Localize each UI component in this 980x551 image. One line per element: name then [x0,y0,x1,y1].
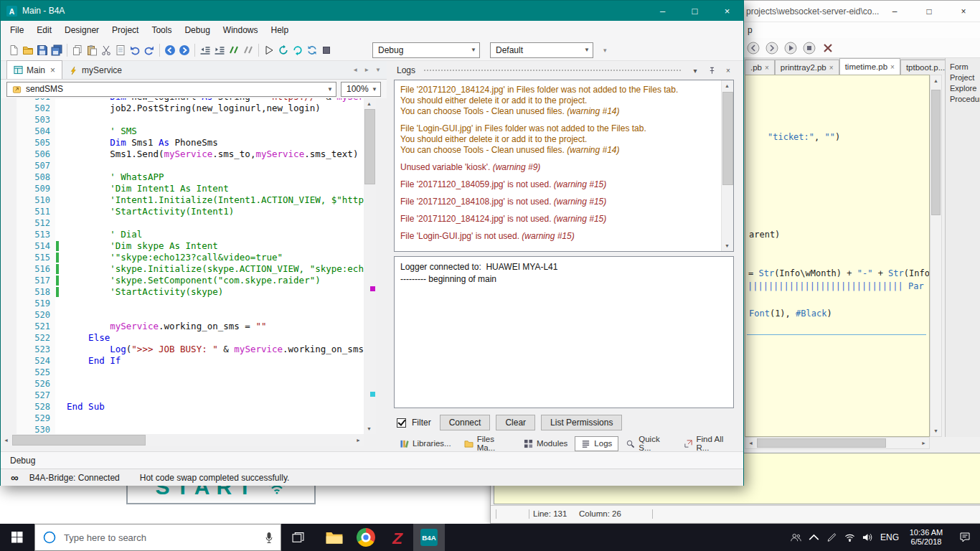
menu-item-help[interactable]: Help [265,22,296,38]
filter-checkbox[interactable] [397,418,406,428]
pb-maximize-button[interactable]: □ [912,1,946,22]
menu-item-file[interactable]: File [4,22,30,38]
warnings-scrollbar[interactable]: ▲ ▼ [721,80,733,251]
panel-tab-modules[interactable]: Modules [518,437,573,451]
menu-item-project[interactable]: Project [105,22,145,38]
breakpoint-margin[interactable] [1,390,17,401]
scroll-right-icon[interactable]: ► [353,435,364,446]
scrollbar-thumb[interactable] [12,435,146,446]
close-tab-icon[interactable]: × [50,65,55,75]
cut-button[interactable] [99,42,113,58]
pen-icon[interactable] [823,524,841,551]
scroll-down-icon[interactable]: ▼ [364,423,374,434]
panel-menu-icon[interactable]: ▾ [689,65,701,75]
taskbar-app-zotero[interactable]: Z [382,524,413,551]
scroll-left-icon[interactable]: ◄ [1,435,11,446]
panel-tab-libraries[interactable]: Libraries... [394,437,457,451]
warnings-log-box[interactable]: File '20171120_184124.jpg' in Files fold… [394,80,734,252]
save-button[interactable] [35,42,50,58]
scrollbar-thumb[interactable] [722,92,733,185]
maximize-button[interactable]: □ [679,1,711,21]
debug-mode-select[interactable]: Debug ▼ [372,42,480,58]
taskbar-app-file-explorer[interactable] [319,524,350,551]
breakpoint-margin[interactable] [1,321,17,332]
indent-button[interactable] [212,42,227,58]
zoom-select[interactable]: 100% ▼ [341,82,381,97]
pb-minimize-button[interactable]: – [877,1,912,22]
breakpoint-margin[interactable] [1,252,17,263]
menu-item-tools[interactable]: Tools [145,22,178,38]
editor-vertical-scrollbar[interactable]: ▲ ▼ [364,98,376,434]
breakpoint-margin[interactable] [1,344,17,355]
pb-tab-tptbootp[interactable]: tptboot.p... [900,60,951,75]
breakpoint-margin[interactable] [1,183,17,194]
breakpoint-margin[interactable] [1,103,17,114]
close-tab-icon[interactable]: × [829,64,834,72]
close-tab-icon[interactable]: × [765,64,769,72]
scroll-right-icon[interactable]: ► [918,438,929,448]
pin-icon[interactable] [706,65,717,75]
toolbar-overflow-icon[interactable]: ▾ [603,47,607,54]
volume-icon[interactable] [859,524,877,551]
scroll-up-icon[interactable]: ▲ [364,98,374,109]
new-file-button[interactable] [6,42,21,58]
breakpoint-margin[interactable] [1,332,17,344]
compile-button[interactable] [276,42,291,58]
scroll-down-icon[interactable]: ▼ [930,425,941,436]
run-button[interactable] [262,42,276,58]
chevron-up-icon[interactable] [805,524,823,551]
pb-tab-timetimepb[interactable]: timetime.pb× [839,58,900,75]
comment-remove-button[interactable] [241,42,255,58]
breakpoint-margin[interactable] [1,424,17,434]
breakpoint-margin[interactable] [1,275,17,286]
breakpoint-margin[interactable] [1,309,17,321]
breakpoint-margin[interactable] [1,413,17,424]
breakpoint-margin[interactable] [1,355,17,367]
taskbar-app-chrome[interactable] [350,524,382,551]
deploy-button[interactable] [291,42,305,58]
breakpoint-margin[interactable] [1,194,17,206]
taskbar-app-b4a[interactable]: B4A [413,524,445,551]
nav-forward-button[interactable] [177,42,192,58]
menu-item-designer[interactable]: Designer [58,22,105,38]
tab-scroll-right-icon[interactable]: ► [364,67,369,73]
undo-button[interactable] [128,42,142,58]
scroll-up-icon[interactable]: ▲ [930,75,941,86]
redo-button[interactable] [142,42,156,58]
build-config-select[interactable]: Default ▼ [490,42,593,58]
pb-panel-project[interactable]: Project [946,72,980,83]
scroll-down-icon[interactable]: ▼ [722,240,732,251]
code-editor[interactable]: 501 Dim new_loginurl As String = "https:… [1,98,364,434]
menu-item-windows[interactable]: Windows [217,22,265,38]
breakpoint-margin[interactable] [1,286,17,298]
breakpoint-margin[interactable] [1,240,17,252]
member-select[interactable]: sendSMS ▼ [6,82,336,97]
breakpoint-margin[interactable] [1,217,17,229]
breakpoint-margin[interactable] [1,263,17,275]
pb-close-button[interactable]: × [946,1,980,22]
breakpoint-margin[interactable] [1,171,17,183]
breakpoint-margin[interactable] [1,149,17,160]
breakpoint-margin[interactable] [1,401,17,413]
tab-myservice[interactable]: myService [62,62,128,79]
panel-drag-grip[interactable] [423,69,682,72]
breakpoint-margin[interactable] [1,367,17,378]
button-clear[interactable]: Clear [496,415,535,430]
breakpoint-margin[interactable] [1,206,17,217]
pb-run-button[interactable] [783,41,798,55]
scroll-up-icon[interactable]: ▲ [722,80,732,91]
pb-code-editor[interactable]: "ticket:", "") arent) = Str(Info\wMonth)… [745,75,930,437]
doc-button[interactable] [113,42,128,58]
task-view-button[interactable] [281,524,314,551]
close-button[interactable]: × [711,1,743,21]
debug-panel-header[interactable]: Debug [1,451,743,468]
pb-stop-button[interactable] [802,41,816,55]
open-folder-button[interactable] [21,42,35,58]
pb-horizontal-scrollbar[interactable]: ◄ ► [745,437,930,449]
stop-button[interactable] [319,42,334,58]
action-center-button[interactable] [950,532,980,543]
start-button[interactable] [0,524,34,551]
minimize-button[interactable]: – [646,1,679,21]
pb-tab-pb[interactable]: .pb× [745,60,775,75]
breakpoint-margin[interactable] [1,126,17,137]
